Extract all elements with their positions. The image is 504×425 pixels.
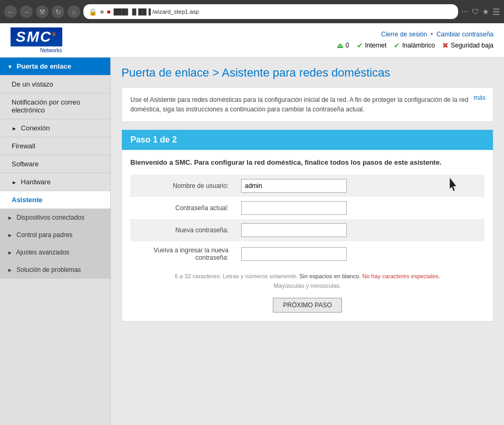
header-links: Cierre de sesión • Cambiar contraseña [337, 31, 493, 38]
wireless-ok-icon: ✔ [394, 41, 400, 50]
url-text: ███▌▐▌██▐ /wizard_step1.asp [113, 8, 199, 15]
sidebar-item-firewall[interactable]: Firewall [0, 137, 110, 155]
sidebar-item-soluciones[interactable]: ► Solución de problemas [0, 261, 110, 279]
step-body: Bienvenido a SMC. Para configurar la red… [122, 150, 493, 321]
sidebar-label-notificacion: Notificación por correo electrónico [12, 98, 80, 114]
sidebar-item-control-padres[interactable]: ► Control para padres [0, 226, 110, 244]
site-header: SMC® Networks Cierre de sesión • Cambiar… [0, 23, 504, 58]
page-wrapper: SMC® Networks Cierre de sesión • Cambiar… [0, 23, 504, 425]
arrow-right-icon-disp: ► [7, 215, 13, 221]
step-box: Paso 1 de 2 Bienvenido a SMC. Para confi… [121, 129, 493, 322]
page-title: Puerta de enlace > Asistente para redes … [121, 66, 493, 80]
sidebar-label-firewall: Firewall [12, 142, 35, 150]
battery-value: 0 [346, 42, 349, 49]
new-password-label: Nueva contraseña: [130, 219, 236, 241]
current-password-label: Contraseña actual: [130, 197, 236, 219]
cursor-icon [448, 177, 458, 193]
hint-chars: 6 a 32 caracteres. Letras y números sola… [175, 273, 298, 279]
next-step-button[interactable]: PRÓXIMO PASO [273, 298, 341, 313]
sidebar-label-vistazo: De un vistazo [12, 80, 53, 88]
arrow-right-icon: ► [12, 126, 17, 131]
sidebar-label-hardware: Hardware [21, 178, 51, 186]
arrow-right-icon-sol: ► [7, 267, 13, 273]
sidebar-item-asistente[interactable]: Asistente [0, 191, 110, 209]
sidebar-label-puerta: Puerta de enlace [17, 62, 71, 70]
tools-button[interactable]: ⚒ [36, 5, 49, 18]
logo-area: SMC® Networks [11, 27, 62, 53]
mas-link[interactable]: más [473, 93, 486, 102]
favicon2: ■ [107, 8, 111, 15]
sidebar-label-asistente: Asistente [12, 196, 43, 204]
sidebar-item-dispositivos[interactable]: ► Dispositivos conectados [0, 209, 110, 226]
current-password-input[interactable] [241, 201, 347, 215]
sidebar-item-conexion[interactable]: ► Conexión [0, 119, 110, 137]
confirm-password-field-cell [236, 241, 442, 267]
header-status: ⏏ 0 ✔ Internet ✔ Inalámbrico ✖ Seguridad… [337, 41, 493, 50]
sidebar-item-notificacion[interactable]: Notificación por correo electrónico [0, 93, 110, 119]
session-close-link[interactable]: Cierre de sesión [381, 31, 427, 38]
hint-nospecial: No hay caracteres especiales. [362, 273, 440, 279]
current-password-row: Contraseña actual: [130, 197, 484, 219]
step-welcome: Bienvenido a SMC. Para configurar la red… [130, 158, 484, 166]
wireless-status: ✔ Inalámbrico [394, 41, 435, 50]
back-button[interactable]: ← [4, 5, 17, 18]
internet-label: Internet [365, 42, 387, 49]
username-label: Nombre de usuario: [130, 175, 236, 197]
browser-toolbar: ← → ⚒ ↻ ⌂ 🔒 ■ ■ ███▌▐▌██▐ /wizard_step1.… [0, 0, 504, 23]
username-field-cell [236, 175, 442, 197]
favicon: ■ [100, 8, 104, 15]
arrow-right-icon-cp: ► [7, 232, 13, 238]
sidebar-label-dispositivos: Dispositivos conectados [16, 214, 84, 221]
confirm-password-label: Vuelva a ingresar la nueva contraseña: [130, 241, 236, 267]
password-hint: 6 a 32 caracteres. Letras y números sola… [130, 272, 484, 290]
reload-button[interactable]: ↻ [52, 5, 64, 18]
arrow-right-icon-hw: ► [12, 180, 17, 185]
more-button[interactable]: ⋯ [461, 7, 469, 16]
sidebar-item-de-un-vistazo[interactable]: De un vistazo [0, 75, 110, 93]
confirm-password-row: Vuelva a ingresar la nueva contraseña: [130, 241, 484, 267]
internet-status: ✔ Internet [357, 41, 387, 50]
main-layout: ▼ Puerta de enlace De un vistazo Notific… [0, 58, 504, 425]
header-right: Cierre de sesión • Cambiar contraseña ⏏ … [337, 31, 493, 50]
sidebar-label-ajustes: Ajustes avanzados [16, 249, 70, 256]
address-bar[interactable]: 🔒 ■ ■ ███▌▐▌██▐ /wizard_step1.asp [83, 4, 458, 19]
security-label: Seguridad baja [451, 42, 493, 49]
sidebar-label-software: Software [12, 160, 39, 168]
sidebar-item-hardware[interactable]: ► Hardware [0, 173, 110, 191]
change-password-link[interactable]: Cambiar contraseña [436, 31, 493, 38]
security-shield-icon: 🔒 [89, 8, 97, 16]
battery-status: ⏏ 0 [337, 41, 349, 50]
forward-button[interactable]: → [20, 5, 33, 18]
logo-subtitle: Networks [11, 48, 62, 53]
new-password-field-cell [236, 219, 442, 241]
hint-case: Mayúsculas y minúsculas. [274, 282, 341, 289]
sidebar-item-ajustes[interactable]: ► Ajustes avanzados [0, 244, 110, 261]
wizard-form: Nombre de usuario: Contraseña [130, 175, 484, 267]
username-row: Nombre de usuario: [130, 175, 484, 197]
bookmark-icon[interactable]: ★ [482, 7, 489, 16]
shield-icon[interactable]: 🛡 [472, 7, 479, 16]
intro-text: Use el Asistente para redes domésticas p… [130, 95, 484, 114]
arrow-down-icon: ▼ [7, 64, 13, 70]
security-warn-icon: ✖ [442, 41, 449, 50]
sidebar-label-soluciones: Solución de problemas [16, 266, 81, 273]
arrow-right-icon-aj: ► [7, 250, 13, 256]
current-password-field-cell [236, 197, 442, 219]
sidebar-item-puerta-enlace[interactable]: ▼ Puerta de enlace [0, 58, 110, 75]
hamburger-menu[interactable]: ☰ [492, 7, 500, 17]
new-password-input[interactable] [241, 223, 347, 237]
confirm-password-input[interactable] [241, 247, 347, 261]
username-input[interactable] [241, 179, 347, 193]
intro-box: más Use el Asistente para redes doméstic… [121, 87, 493, 122]
sidebar: ▼ Puerta de enlace De un vistazo Notific… [0, 58, 111, 425]
sidebar-item-software[interactable]: Software [0, 155, 110, 173]
new-password-row: Nueva contraseña: [130, 219, 484, 241]
home-button[interactable]: ⌂ [68, 5, 80, 18]
content-area: Puerta de enlace > Asistente para redes … [111, 58, 504, 425]
sidebar-label-control-padres: Control para padres [16, 231, 72, 239]
wireless-label: Inalámbrico [402, 42, 435, 49]
browser-actions: ⋯ 🛡 ★ [461, 7, 489, 16]
svg-marker-0 [450, 177, 457, 191]
security-status: ✖ Seguridad baja [442, 41, 493, 50]
hint-nospaces: Sin espacios en blanco. [299, 273, 360, 279]
